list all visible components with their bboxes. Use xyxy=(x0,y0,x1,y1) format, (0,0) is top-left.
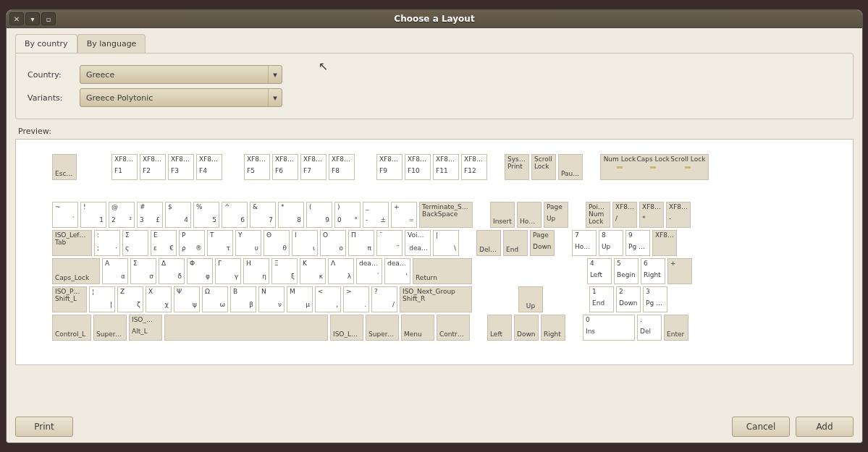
key[interactable]: Ββ xyxy=(230,286,256,312)
key[interactable]: 8Up xyxy=(599,230,623,256)
close-icon[interactable]: ✕ xyxy=(9,12,24,25)
key[interactable]: XF8…F9 xyxy=(376,154,403,180)
key[interactable]: (9 xyxy=(306,202,332,228)
key-shift-left[interactable]: ISO_P…Shift_L xyxy=(52,286,87,312)
key[interactable]: Control_L xyxy=(52,315,91,341)
key[interactable]: ISO_L… xyxy=(330,315,363,341)
key[interactable]: XF8…* xyxy=(639,202,664,228)
key[interactable]: Ξξ xyxy=(271,258,298,284)
key[interactable]: :;· xyxy=(94,230,120,256)
key[interactable]: ISO_…Alt_L xyxy=(129,315,162,341)
key[interactable]: @2² xyxy=(109,202,135,228)
key[interactable]: !1 xyxy=(80,202,106,228)
key[interactable]: $4 xyxy=(165,202,191,228)
key[interactable]: XF8…F6 xyxy=(272,154,298,180)
key[interactable]: Νν xyxy=(258,286,285,312)
key[interactable]: Μμ xyxy=(287,286,313,312)
key[interactable]: Ωω xyxy=(202,286,228,312)
key[interactable]: 3Pg … xyxy=(643,286,667,312)
key[interactable]: Del… xyxy=(476,230,501,256)
key-capslock[interactable]: Caps_Lock xyxy=(52,258,100,284)
country-combo[interactable]: Greece ▾ xyxy=(80,65,282,84)
key[interactable]: Ππ xyxy=(348,230,374,256)
cancel-button[interactable]: Cancel xyxy=(732,417,790,437)
key[interactable]: Σς xyxy=(122,230,148,256)
key[interactable]: ~` xyxy=(52,202,78,228)
key[interactable]: + xyxy=(667,258,692,284)
key[interactable]: PageDown xyxy=(530,230,555,256)
key[interactable]: Enter xyxy=(664,315,688,341)
key[interactable]: 7Ho… xyxy=(572,230,597,256)
key[interactable]: %5 xyxy=(193,202,219,228)
key-shift-right[interactable]: ISO_Next_GroupShift_R xyxy=(400,286,472,312)
key-pause[interactable]: Pau… xyxy=(558,154,583,180)
key[interactable]: XF8…F7 xyxy=(300,154,326,180)
key[interactable]: >. xyxy=(343,286,369,312)
key[interactable]: ¨¨ xyxy=(376,230,403,256)
key[interactable]: #3£ xyxy=(137,202,163,228)
key-up[interactable]: Up xyxy=(518,286,543,312)
key[interactable]: 1End xyxy=(589,286,614,312)
key[interactable]: PageUp xyxy=(544,202,568,228)
maximize-icon[interactable]: ▫ xyxy=(41,12,56,25)
minimize-icon[interactable]: ▾ xyxy=(25,12,40,25)
add-button[interactable]: Add xyxy=(796,417,854,437)
key[interactable]: Ηη xyxy=(243,258,269,284)
key[interactable]: Ρρ® xyxy=(179,230,205,256)
key[interactable]: Ψψ xyxy=(174,286,200,312)
key[interactable]: += xyxy=(391,202,417,228)
key[interactable]: .Del xyxy=(637,315,662,341)
key[interactable]: Voi…dea… xyxy=(405,230,431,256)
key-tab[interactable]: ISO_Lef…Tab xyxy=(52,230,92,256)
key[interactable]: XF8…F4 xyxy=(196,154,222,180)
key[interactable]: _-± xyxy=(363,202,389,228)
print-button[interactable]: Print xyxy=(15,417,73,437)
key[interactable]: XF8…F12 xyxy=(461,154,487,180)
key[interactable]: XF8…F5 xyxy=(244,154,270,180)
key[interactable]: Ho… xyxy=(517,202,542,228)
key[interactable]: XF8…F1 xyxy=(111,154,138,180)
key[interactable]: *8 xyxy=(278,202,304,228)
key[interactable]: 4Left xyxy=(587,258,612,284)
key-left[interactable]: Left xyxy=(487,315,512,341)
key[interactable]: Menu xyxy=(401,315,434,341)
key[interactable]: |\ xyxy=(433,230,459,256)
key[interactable]: Ττ xyxy=(207,230,233,256)
key[interactable] xyxy=(164,315,328,341)
key[interactable]: Θθ xyxy=(264,230,290,256)
key[interactable]: Δδ xyxy=(159,258,185,284)
key[interactable]: Σσ xyxy=(130,258,156,284)
key[interactable]: Super… xyxy=(93,315,127,341)
key[interactable]: Super… xyxy=(366,315,399,341)
key[interactable]: Οο xyxy=(320,230,346,256)
key[interactable]: dea…' xyxy=(384,258,410,284)
key[interactable]: Υυ xyxy=(235,230,261,256)
key[interactable]: 5Begin xyxy=(614,258,639,284)
key[interactable]: Γγ xyxy=(215,258,241,284)
key[interactable]: <, xyxy=(315,286,341,312)
key-return[interactable]: Return xyxy=(413,258,472,284)
key-sysrq[interactable]: Sys…Print xyxy=(505,154,529,180)
key[interactable]: Χχ xyxy=(146,286,172,312)
key-down[interactable]: Down xyxy=(514,315,539,341)
key-right[interactable]: Right xyxy=(541,315,565,341)
key[interactable]: Κκ xyxy=(300,258,326,284)
key[interactable]: Φφ xyxy=(187,258,213,284)
key[interactable]: dea…΄ xyxy=(356,258,382,284)
key[interactable]: 9Pg … xyxy=(625,230,650,256)
key[interactable]: ^6 xyxy=(222,202,248,228)
key[interactable]: 0Ins xyxy=(583,315,635,341)
key[interactable]: Αα xyxy=(102,258,128,284)
variants-combo[interactable]: Greece Polytonic ▾ xyxy=(80,88,282,107)
key[interactable]: XF8…F8 xyxy=(329,154,355,180)
key[interactable]: Λλ xyxy=(328,258,354,284)
key[interactable]: )0° xyxy=(334,202,361,228)
key[interactable]: Εε€ xyxy=(151,230,177,256)
key[interactable]: &7 xyxy=(250,202,276,228)
key[interactable]: End xyxy=(503,230,528,256)
key[interactable]: 2Down xyxy=(616,286,641,312)
tab-by-language[interactable]: By language xyxy=(77,34,146,53)
key-scrolllock[interactable]: ScrollLock xyxy=(531,154,556,180)
key[interactable]: XF8…F2 xyxy=(140,154,166,180)
key[interactable]: XF8…F10 xyxy=(405,154,431,180)
